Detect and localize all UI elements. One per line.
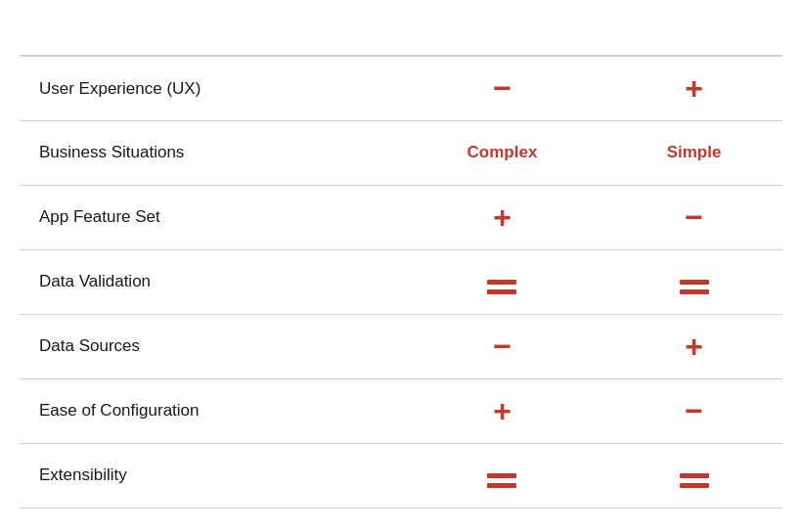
model-driven-cell [399, 443, 605, 508]
plus-icon: + [685, 329, 703, 365]
table-row: Ease of Configuration+− [20, 378, 782, 443]
canvas-cell [605, 249, 782, 314]
canvas-cell: − [605, 185, 782, 249]
table-row: Data Sources−+ [20, 314, 782, 378]
equal-icon [680, 280, 709, 294]
feature-cell: Business Situations [20, 120, 399, 185]
equal-icon [487, 473, 516, 488]
table-row: App Feature Set+− [20, 185, 782, 249]
table-row: User Experience (UX)−+ [20, 56, 782, 120]
minus-icon: − [685, 200, 703, 236]
plus-icon: + [493, 393, 512, 429]
model-driven-cell: Complex [399, 120, 605, 185]
header-feature [20, 23, 399, 56]
feature-cell: Data Sources [20, 314, 399, 378]
model-driven-cell: + [399, 185, 605, 249]
model-driven-cell: + [399, 378, 605, 443]
text-value: Simple [667, 143, 722, 161]
model-driven-cell: − [399, 56, 605, 120]
equal-icon [680, 473, 709, 488]
feature-cell: App Feature Set [20, 185, 399, 249]
text-value: Complex [468, 143, 538, 161]
plus-icon: + [685, 70, 703, 107]
table-row: Extensibility [20, 443, 782, 508]
plus-icon: + [493, 200, 512, 236]
comparison-table: User Experience (UX)−+Business Situation… [20, 23, 782, 509]
canvas-cell [605, 443, 782, 508]
feature-cell: Data Validation [20, 249, 399, 314]
canvas-cell: Simple [605, 120, 782, 185]
feature-cell: Extensibility [20, 443, 399, 508]
feature-cell: Ease of Configuration [20, 378, 399, 443]
equal-icon [487, 280, 516, 294]
model-driven-cell [399, 249, 605, 314]
header-canvas [605, 23, 782, 56]
canvas-cell: + [605, 314, 782, 378]
table-row: Business SituationsComplexSimple [20, 120, 782, 185]
canvas-cell: + [605, 56, 782, 120]
canvas-cell: − [605, 378, 782, 443]
header-model-driven [399, 23, 605, 56]
feature-cell: User Experience (UX) [20, 56, 399, 120]
table-row: Data Validation [20, 249, 782, 314]
model-driven-cell: − [399, 314, 605, 378]
minus-icon: − [493, 329, 512, 365]
minus-icon: − [685, 393, 703, 429]
minus-icon: − [493, 70, 512, 107]
